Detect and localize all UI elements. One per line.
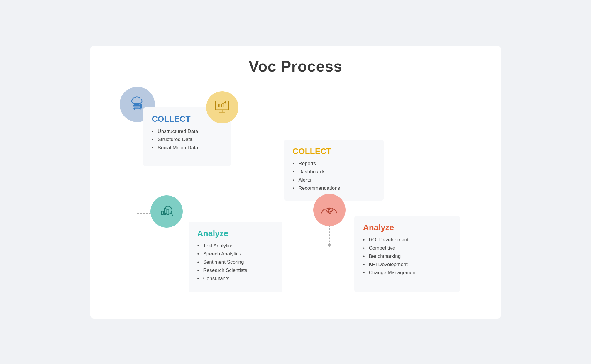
list-item: Reports [293, 161, 375, 167]
svg-line-22 [336, 211, 337, 213]
analyze-left-list: Text Analytics Speech Analytics Sentimen… [197, 243, 274, 282]
list-item: Structured Data [152, 137, 222, 143]
list-item: Text Analytics [197, 243, 274, 249]
list-item: KPI Development [363, 262, 451, 268]
list-item: Change Management [363, 270, 451, 276]
list-item: Benchmarking [363, 253, 451, 259]
arrow-down-icon [327, 244, 331, 247]
svg-point-2 [140, 104, 140, 105]
diagram-area: COLLECT Unstructured Data Structured Dat… [108, 90, 483, 301]
svg-rect-16 [161, 211, 163, 215]
block-analyze-left: Analyze Text Analytics Speech Analytics … [189, 222, 282, 292]
svg-point-13 [225, 102, 226, 103]
circle-collect-right [206, 91, 238, 123]
circle-analyze-left [150, 195, 183, 228]
block-analyze-right: Analyze ROI Development Competitive Benc… [354, 216, 460, 292]
list-item: Research Scientists [197, 268, 274, 273]
svg-line-20 [171, 213, 173, 216]
handshake-icon [320, 201, 338, 219]
collect-left-list: Unstructured Data Structured Data Social… [152, 128, 222, 151]
svg-point-3 [140, 106, 140, 107]
circle-analyze-right [313, 194, 346, 226]
collect-right-title: COLLECT [293, 147, 375, 156]
list-item: ROI Development [363, 237, 451, 243]
page-title: Voc Process [108, 57, 483, 75]
analyze-left-title: Analyze [197, 229, 274, 238]
collect-right-list: Reports Dashboards Alerts Recommendation… [293, 161, 375, 191]
list-item: Unstructured Data [152, 128, 222, 134]
svg-line-21 [321, 211, 323, 213]
list-item: Consultants [197, 276, 274, 282]
list-item: Dashboards [293, 169, 375, 175]
list-item: Sentiment Scoring [197, 259, 274, 265]
svg-rect-8 [216, 101, 229, 110]
block-collect-right: COLLECT Reports Dashboards Alerts Recomm… [284, 140, 384, 201]
list-item: Speech Analytics [197, 251, 274, 257]
list-item: Alerts [293, 177, 375, 183]
monitor-chart-icon [213, 98, 231, 116]
list-item: Social Media Data [152, 145, 222, 151]
list-item: Competitive [363, 245, 451, 251]
search-chart-icon [158, 202, 175, 220]
analyze-right-list: ROI Development Competitive Benchmarking… [363, 237, 451, 276]
page-container: Voc Process [90, 46, 501, 319]
list-item: Recommendations [293, 185, 375, 191]
analyze-right-title: Analyze [363, 223, 451, 232]
